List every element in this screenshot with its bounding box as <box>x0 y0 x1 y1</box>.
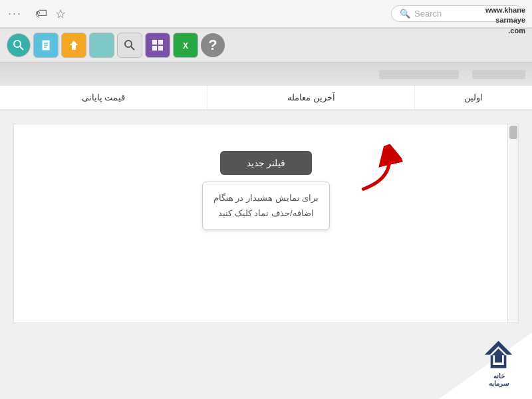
svg-marker-12 <box>70 41 78 50</box>
table-button[interactable] <box>89 33 114 58</box>
blurred-top-bar <box>0 63 532 86</box>
grid-button[interactable] <box>145 33 170 58</box>
watermark-line4: .com <box>508 27 525 35</box>
teal-search-button[interactable] <box>7 33 31 57</box>
blurred-text-1 <box>472 70 525 79</box>
logo-text-line1: خانه <box>493 372 505 380</box>
hint-text-line2: اضافه/حذف نماد کلیک کنید <box>218 208 313 218</box>
teal-search-icon <box>12 39 25 52</box>
upload-button[interactable] <box>61 33 86 58</box>
page-wrapper: ··· 🏷 ☆ 🔍 Search www.khane sarmaye .com … <box>0 0 532 399</box>
filter-section: فیلتر جدید برای نمایش هشیدار در هنگام اض… <box>202 151 330 230</box>
content-panel: فیلتر جدید برای نمایش هشیدار در هنگام اض… <box>13 124 519 323</box>
browser-icons-group: 🏷 ☆ <box>35 7 66 21</box>
watermark-line1: www. <box>485 6 504 14</box>
table-header-col3: قیمت پایانی <box>0 86 207 109</box>
svg-rect-5 <box>158 46 163 51</box>
excel-icon: X <box>179 39 192 52</box>
watermark-line3: sarmaye <box>495 16 525 24</box>
svg-rect-2 <box>152 40 157 45</box>
question-button[interactable]: ? <box>201 33 225 57</box>
panel-scrollbar[interactable] <box>507 124 518 323</box>
svg-rect-4 <box>152 46 157 51</box>
svg-line-7 <box>131 47 134 50</box>
red-arrow <box>346 142 411 202</box>
bottom-strip <box>0 372 532 399</box>
doc-button[interactable] <box>33 33 59 58</box>
table-header-col1: اولین <box>414 86 532 109</box>
table-header-area: اولین آخرین معامله قیمت پایانی <box>0 86 532 110</box>
hint-box: برای نمایش هشیدار در هنگام اضافه/حذف نما… <box>202 182 330 230</box>
blurred-text-2 <box>379 70 459 79</box>
svg-point-17 <box>14 41 21 47</box>
grid-icon <box>151 39 164 52</box>
search-placeholder-text: Search <box>414 9 442 19</box>
table-header-col2: آخرین معامله <box>207 86 414 109</box>
filter-new-button[interactable]: فیلتر جدید <box>220 151 313 175</box>
svg-line-18 <box>20 47 23 50</box>
scrollbar-thumb[interactable] <box>509 126 517 139</box>
table-header-row: اولین آخرین معامله قیمت پایانی <box>0 86 532 110</box>
hint-text-line1: برای نمایش هشیدار در هنگام <box>213 193 319 203</box>
upload-icon <box>67 39 80 52</box>
magnify-button[interactable] <box>117 33 142 58</box>
magnify-icon <box>123 39 136 52</box>
logo-text-area: خانه سرمایه <box>489 372 509 387</box>
watermark: www.khane sarmaye .com <box>485 5 525 36</box>
pocket-icon[interactable]: 🏷 <box>35 7 47 21</box>
svg-text:X: X <box>183 41 188 51</box>
watermark-line2: khane <box>504 6 525 14</box>
excel-button[interactable]: X <box>173 33 198 58</box>
svg-rect-3 <box>158 40 163 45</box>
browser-chrome: ··· 🏷 ☆ 🔍 Search www.khane sarmaye .com <box>0 0 532 29</box>
doc-icon <box>39 39 53 52</box>
table-icon <box>95 39 108 52</box>
app-toolbar: ? X <box>0 29 532 63</box>
logo-svg <box>482 338 515 371</box>
browser-menu-dots[interactable]: ··· <box>8 7 22 21</box>
bottom-logo: خانه سرمایه <box>482 338 515 387</box>
browser-top-bar: ··· 🏷 ☆ 🔍 Search www.khane sarmaye .com <box>0 0 532 28</box>
logo-text-line2: سرمایه <box>489 380 509 387</box>
svg-rect-8 <box>96 40 107 51</box>
search-bar-icon: 🔍 <box>400 9 410 19</box>
star-icon[interactable]: ☆ <box>55 7 66 21</box>
arrow-svg <box>346 142 410 198</box>
svg-point-6 <box>125 41 132 47</box>
